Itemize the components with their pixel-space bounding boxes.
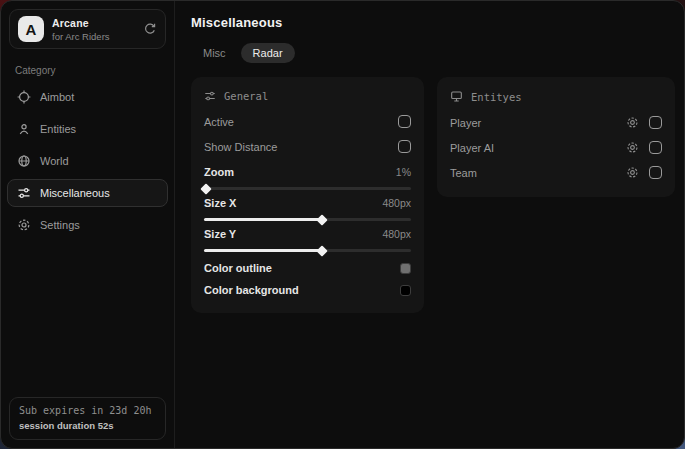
slider-label: Size Y [204, 228, 236, 240]
player-ai-checkbox[interactable] [649, 141, 662, 154]
toggle-label: Show Distance [204, 141, 398, 153]
color-label: Color outline [204, 262, 272, 274]
color-background-swatch[interactable] [400, 285, 411, 296]
gear-icon [17, 218, 31, 232]
slider-value: 480px [382, 197, 411, 209]
general-card-title: General [224, 90, 268, 102]
cards-row: General Active Show Distance Zoom 1% [191, 77, 675, 313]
entities-card: Entityes Player Player AI [437, 77, 675, 197]
slider-label: Zoom [204, 166, 234, 178]
sidebar-nav: Aimbot Entities [1, 79, 174, 239]
entity-row-player-ai: Player AI [450, 135, 662, 160]
color-row-outline: Color outline [204, 257, 411, 279]
gear-icon[interactable] [626, 141, 639, 154]
entity-row-team: Team [450, 160, 662, 185]
crosshair-icon [17, 90, 31, 104]
toggle-label: Active [204, 116, 398, 128]
entity-label: Player [450, 117, 626, 129]
active-checkbox[interactable] [398, 115, 411, 128]
toggle-row-show-distance: Show Distance [204, 134, 411, 159]
player-checkbox[interactable] [649, 116, 662, 129]
sidebar-item-label: Entities [40, 123, 76, 135]
color-row-background: Color background [204, 279, 411, 301]
category-label: Category [15, 65, 160, 76]
team-checkbox[interactable] [649, 166, 662, 179]
sidebar-item-aimbot[interactable]: Aimbot [7, 83, 168, 111]
tab-misc[interactable]: Misc [191, 43, 238, 63]
sidebar-item-label: Aimbot [40, 91, 74, 103]
entity-label: Player AI [450, 142, 626, 154]
entity-label: Team [450, 167, 626, 179]
size-x-slider[interactable] [204, 218, 411, 221]
sidebar-item-label: Settings [40, 219, 80, 231]
sidebar-item-settings[interactable]: Settings [7, 211, 168, 239]
slider-group-size-x: Size X 480px [204, 197, 411, 221]
entities-card-title: Entityes [471, 91, 522, 103]
gear-icon[interactable] [626, 116, 639, 129]
main-content: Miscellaneous Misc Radar General [175, 1, 685, 448]
app-logo: A [18, 16, 44, 42]
app-title-block: Arcane for Arc Riders [52, 17, 110, 42]
refresh-icon[interactable] [143, 22, 157, 36]
app-name: Arcane [52, 17, 110, 29]
slider-value: 1% [396, 166, 411, 178]
entities-icon [17, 122, 31, 136]
sliders-icon [204, 90, 216, 102]
sidebar-item-miscellaneous[interactable]: Miscellaneous [7, 179, 168, 207]
slider-label: Size X [204, 197, 236, 209]
general-card-header: General [204, 87, 411, 109]
monitor-icon [450, 90, 463, 103]
sidebar-item-world[interactable]: World [7, 147, 168, 175]
subscription-box: Sub expires in 23d 20h session duration … [9, 397, 166, 440]
sidebar-item-label: World [40, 155, 69, 167]
app-window: A Arcane for Arc Riders Category [0, 0, 685, 449]
slider-group-size-y: Size Y 480px [204, 228, 411, 252]
slider-handle[interactable] [316, 245, 327, 256]
entities-card-header: Entityes [450, 87, 662, 110]
tab-radar[interactable]: Radar [241, 43, 295, 63]
general-card: General Active Show Distance Zoom 1% [191, 77, 424, 313]
tab-bar: Misc Radar [191, 43, 675, 63]
entity-row-player: Player [450, 110, 662, 135]
color-label: Color background [204, 284, 299, 296]
slider-value: 480px [382, 228, 411, 240]
globe-icon [17, 154, 31, 168]
session-duration-text: session duration 52s [19, 420, 156, 431]
zoom-slider[interactable] [204, 187, 411, 190]
color-outline-swatch[interactable] [400, 263, 411, 274]
slider-handle[interactable] [200, 183, 211, 194]
show-distance-checkbox[interactable] [398, 140, 411, 153]
app-subtitle: for Arc Riders [52, 31, 110, 42]
slider-handle[interactable] [316, 214, 327, 225]
gear-icon[interactable] [626, 166, 639, 179]
sidebar-item-entities[interactable]: Entities [7, 115, 168, 143]
sidebar-item-label: Miscellaneous [40, 187, 110, 199]
sliders-icon [17, 186, 31, 200]
app-header-card: A Arcane for Arc Riders [9, 9, 166, 49]
sub-expiry-text: Sub expires in 23d 20h [19, 405, 156, 416]
toggle-row-active: Active [204, 109, 411, 134]
size-y-slider[interactable] [204, 249, 411, 252]
slider-group-zoom: Zoom 1% [204, 166, 411, 190]
page-title: Miscellaneous [191, 15, 675, 30]
sidebar: A Arcane for Arc Riders Category [1, 1, 175, 448]
